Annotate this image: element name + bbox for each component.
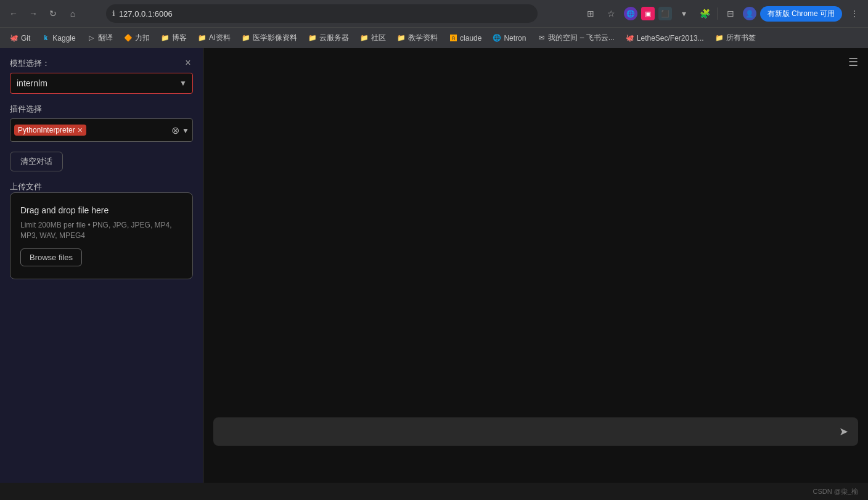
send-button[interactable]: ➤ [837, 422, 851, 441]
bookmark-netron-label: Netron [504, 34, 526, 43]
chevron-down-icon[interactable]: ▾ [676, 5, 693, 22]
bookmark-more-label: 所有书签 [726, 33, 756, 43]
separator [718, 7, 718, 20]
plugin-clear-icon[interactable]: ⊗ [171, 125, 179, 136]
git-icon: 🐙 [10, 34, 18, 43]
home-button[interactable]: ⌂ [64, 5, 81, 22]
community-icon: 📁 [360, 34, 369, 43]
bookmark-myspace-label: 我的空间 – 飞书云... [548, 33, 614, 43]
blog-icon: 📁 [161, 34, 170, 43]
myspace-icon: ✉ [537, 34, 546, 43]
bookmark-cloud-label: 云服务器 [319, 33, 349, 43]
bookmark-kaggle-label: Kaggle [52, 34, 75, 43]
model-select[interactable]: internlm gpt-4 claude [10, 73, 193, 94]
leetcode-icon: 🔶 [124, 34, 133, 43]
plugin-tag-remove-button[interactable]: × [78, 126, 83, 134]
footer-text: CSDN @柴_榆 [813, 487, 858, 496]
translate-bookmark-icon: ▷ [87, 34, 96, 43]
bookmark-leetcode[interactable]: 🔶 力扣 [119, 31, 155, 45]
bookmark-more[interactable]: 📁 所有书签 [710, 31, 761, 45]
claude-icon: 🅰 [449, 34, 457, 43]
bookmark-netron[interactable]: 🌐 Netron [488, 32, 531, 44]
bookmark-community[interactable]: 📁 社区 [355, 31, 391, 45]
bookmark-lethesec-label: LetheSec/Fer2013... [637, 34, 704, 43]
page-footer: CSDN @柴_榆 [0, 483, 868, 500]
clear-dialog-section: 清空对话 [10, 152, 193, 171]
forward-button[interactable]: → [25, 5, 42, 22]
plugin-dropdown-arrow-icon[interactable]: ▼ [182, 126, 189, 134]
chat-input[interactable] [221, 427, 837, 436]
dropzone-subtitle: Limit 200MB per file • PNG, JPG, JPEG, M… [20, 220, 182, 241]
bookmark-medical[interactable]: 📁 医学影像资料 [237, 31, 302, 45]
sidebar-close-button[interactable]: × [181, 55, 195, 70]
bookmark-community-label: 社区 [371, 33, 386, 43]
model-section: 模型选择： internlm gpt-4 claude ▼ [10, 58, 193, 94]
toolbar-right: ⊞ ☆ 🌐 ▣ ⬛ ▾ 🧩 ⊟ 👤 有新版 Chrome 可用 ⋮ [582, 5, 863, 22]
bookmark-teaching-label: 教学资料 [408, 33, 438, 43]
profile-icon[interactable]: 👤 [743, 7, 756, 20]
bookmark-teaching[interactable]: 📁 教学资料 [392, 31, 443, 45]
bookmark-ai-label: AI资料 [209, 33, 231, 43]
model-select-wrapper: internlm gpt-4 claude ▼ [10, 73, 193, 94]
send-icon: ➤ [839, 425, 848, 438]
model-section-label: 模型选择： [10, 58, 193, 69]
nav-buttons: ← → ↻ ⌂ [5, 5, 81, 22]
new-version-button[interactable]: 有新版 Chrome 可用 [760, 6, 842, 22]
plugin-select-wrapper: PythonInterpreter × ⊗ ▼ [10, 118, 193, 142]
medical-icon: 📁 [242, 34, 250, 43]
bookmark-cloud[interactable]: 📁 云服务器 [303, 31, 354, 45]
bookmark-translate-label: 翻译 [98, 33, 113, 43]
browser-frame: ← → ↻ ⌂ ℹ 127.0.0.1:6006 ⊞ ☆ 🌐 ▣ ⬛ ▾ 🧩 ⊟… [0, 0, 868, 500]
extension1-icon[interactable]: 🌐 [624, 7, 637, 20]
bookmark-git-label: Git [21, 34, 30, 43]
plugin-select-icons: ⊗ ▼ [171, 125, 189, 136]
upload-section: 上传文件 Drag and drop file here Limit 200MB… [10, 181, 193, 279]
browse-files-button[interactable]: Browse files [20, 248, 82, 266]
dropzone-title: Drag and drop file here [20, 205, 182, 215]
bookmark-myspace[interactable]: ✉ 我的空间 – 飞书云... [532, 31, 619, 45]
main-area: ☰ ➤ [203, 48, 868, 483]
plugin-section-label: 插件选择 [10, 104, 193, 115]
bookmarks-bar: 🐙 Git k Kaggle ▷ 翻译 🔶 力扣 📁 博客 📁 AI资料 📁 医… [0, 27, 868, 48]
puzzle-icon[interactable]: 🧩 [697, 5, 714, 22]
bookmark-claude[interactable]: 🅰 claude [444, 32, 486, 44]
bookmark-star-icon[interactable]: ☆ [603, 5, 620, 22]
upload-dropzone[interactable]: Drag and drop file here Limit 200MB per … [10, 192, 193, 279]
bookmark-git[interactable]: 🐙 Git [5, 32, 35, 44]
upload-section-label: 上传文件 [10, 181, 193, 192]
extension3-icon[interactable]: ⬛ [658, 7, 672, 20]
security-icon: ℹ [112, 9, 115, 18]
cloud-icon: 📁 [308, 34, 317, 43]
ai-icon: 📁 [198, 34, 207, 43]
sidebar: × 模型选择： internlm gpt-4 claude ▼ 插件选择 [0, 48, 203, 483]
bookmark-lethesec[interactable]: 🐙 LetheSec/Fer2013... [621, 32, 709, 44]
address-bar[interactable]: ℹ 127.0.0.1:6006 [106, 4, 538, 23]
reload-button[interactable]: ↻ [44, 5, 62, 22]
plugin-section: 插件选择 PythonInterpreter × ⊗ ▼ [10, 104, 193, 142]
bookmark-kaggle[interactable]: k Kaggle [36, 32, 80, 44]
netron-icon: 🌐 [493, 34, 501, 43]
bookmark-translate[interactable]: ▷ 翻译 [82, 31, 118, 45]
bookmark-leetcode-label: 力扣 [135, 33, 150, 43]
extension2-icon[interactable]: ▣ [641, 7, 655, 20]
browser-toolbar: ← → ↻ ⌂ ℹ 127.0.0.1:6006 ⊞ ☆ 🌐 ▣ ⬛ ▾ 🧩 ⊟… [0, 0, 868, 27]
main-menu-icon[interactable]: ☰ [848, 55, 858, 69]
bookmark-medical-label: 医学影像资料 [253, 33, 297, 43]
clear-dialog-button[interactable]: 清空对话 [10, 152, 63, 171]
sidebar-toggle-icon[interactable]: ⊟ [722, 5, 739, 22]
bookmark-blog-label: 博客 [172, 33, 187, 43]
plugin-tag-python: PythonInterpreter × [14, 125, 86, 136]
kaggle-icon: k [41, 34, 50, 43]
bookmark-ai[interactable]: 📁 AI资料 [193, 31, 235, 45]
bookmark-blog[interactable]: 📁 博客 [156, 31, 192, 45]
menu-dots-icon[interactable]: ⋮ [846, 5, 863, 22]
lethesec-icon: 🐙 [626, 34, 634, 43]
bookmark-folder-icon: 📁 [715, 34, 724, 43]
translate-icon[interactable]: ⊞ [582, 5, 599, 22]
back-button[interactable]: ← [5, 5, 22, 22]
bookmark-claude-label: claude [460, 34, 481, 43]
teaching-icon: 📁 [397, 34, 406, 43]
plugin-select-box[interactable]: PythonInterpreter × [10, 118, 193, 142]
url-display: 127.0.0.1:6006 [119, 9, 531, 18]
page-content: × 模型选择： internlm gpt-4 claude ▼ 插件选择 [0, 48, 868, 483]
